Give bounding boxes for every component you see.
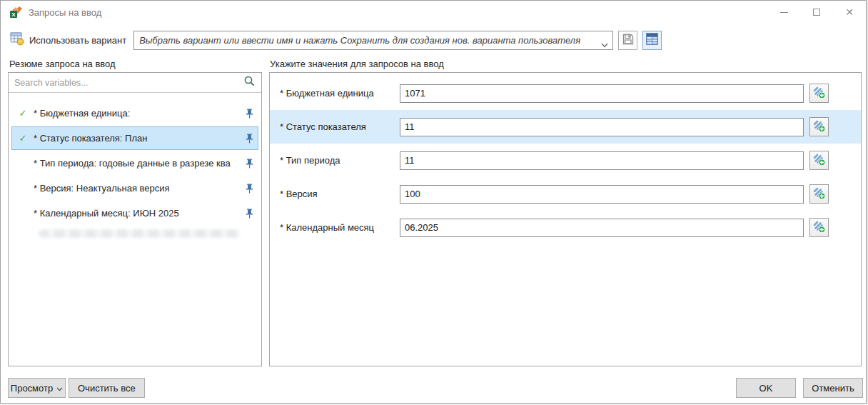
field-row-calendar-month: * Календарный месяц xyxy=(270,211,861,244)
member-select-icon xyxy=(812,86,826,101)
blurred-list-item xyxy=(39,229,240,238)
value-help-button[interactable] xyxy=(809,218,829,237)
list-item-budget-unit[interactable]: ✓ * Бюджетная единица: xyxy=(11,101,258,125)
value-help-button[interactable] xyxy=(809,84,829,103)
close-button[interactable]: ✕ xyxy=(833,1,866,24)
field-row-version: * Версия xyxy=(270,177,861,211)
value-help-button[interactable] xyxy=(809,117,829,136)
field-row-period-type: * Тип периода xyxy=(270,144,861,177)
prompt-summary-panel: ✓ * Бюджетная единица: ✓ * Статус показа… xyxy=(8,72,262,366)
period-type-input[interactable] xyxy=(400,151,804,170)
pin-icon[interactable] xyxy=(241,109,258,119)
ok-button[interactable]: OK xyxy=(736,378,796,398)
field-row-budget-unit: * Бюджетная единица xyxy=(270,76,861,110)
cancel-button[interactable]: Отменить xyxy=(803,378,863,398)
status-input[interactable] xyxy=(400,118,804,136)
search-input[interactable] xyxy=(13,74,243,91)
variant-table-button[interactable] xyxy=(642,31,662,50)
prompt-values-panel: * Бюджетная единица * Статус показателя xyxy=(269,72,862,366)
summary-header: Резюме запроса на ввод xyxy=(9,59,116,69)
window-controls: ✕ xyxy=(767,1,866,24)
calendar-month-input[interactable] xyxy=(400,219,804,237)
pin-icon[interactable] xyxy=(241,209,258,219)
minimize-button[interactable] xyxy=(767,1,800,24)
chevron-down-icon xyxy=(56,383,63,394)
variant-label: Использовать вариант xyxy=(29,35,126,46)
values-header: Укажите значения для запросов на ввод xyxy=(270,59,444,69)
version-input[interactable] xyxy=(400,185,804,204)
list-item-period-type[interactable]: * Тип периода: годовые данные в разрезе … xyxy=(11,151,258,175)
minimize-icon xyxy=(780,12,788,13)
prompts-dialog: X Запросы на ввод ✕ Использовать вариант… xyxy=(0,0,867,404)
variant-combo-text: Выбрать вариант или ввести имя и нажать … xyxy=(139,35,580,46)
footer: Просмотр Очистить все OK Отменить xyxy=(1,375,866,404)
preview-split-button[interactable]: Просмотр xyxy=(8,378,66,398)
search-row xyxy=(9,73,261,93)
close-icon: ✕ xyxy=(845,7,854,17)
maximize-button[interactable] xyxy=(800,1,833,24)
table-icon xyxy=(645,32,659,48)
variant-bar: Использовать вариант Выбрать вариант или… xyxy=(1,29,866,51)
list-item-status-selected[interactable]: ✓ * Статус показателя: План xyxy=(11,126,258,150)
titlebar: X Запросы на ввод ✕ xyxy=(1,1,866,24)
pin-icon[interactable] xyxy=(241,159,258,169)
check-icon: ✓ xyxy=(12,108,34,119)
variable-list: ✓ * Бюджетная единица: ✓ * Статус показа… xyxy=(9,93,261,238)
member-select-icon xyxy=(812,186,826,202)
budget-unit-input[interactable] xyxy=(400,84,804,103)
member-select-icon xyxy=(812,220,826,236)
list-item-calendar-month[interactable]: * Календарный месяц: ИЮН 2025 xyxy=(11,201,258,225)
chevron-down-icon xyxy=(601,38,608,51)
save-variant-button[interactable] xyxy=(618,31,637,50)
pin-icon[interactable] xyxy=(241,184,258,194)
member-select-icon xyxy=(812,119,826,135)
save-icon xyxy=(622,33,635,48)
pin-icon[interactable] xyxy=(241,134,258,144)
variant-grid-icon xyxy=(10,31,24,49)
field-row-status-highlighted: * Статус показателя xyxy=(270,110,861,144)
variant-combobox[interactable]: Выбрать вариант или ввести имя и нажать … xyxy=(133,31,613,50)
check-icon: ✓ xyxy=(12,133,34,144)
search-icon xyxy=(243,75,256,90)
member-select-icon xyxy=(812,153,826,169)
list-item-version[interactable]: * Версия: Неактуальная версия xyxy=(11,176,258,200)
app-icon: X xyxy=(9,6,23,19)
window-title: Запросы на ввод xyxy=(29,7,101,18)
maximize-icon xyxy=(813,9,820,16)
clear-all-button[interactable]: Очистить все xyxy=(69,378,145,398)
value-help-button[interactable] xyxy=(809,184,829,204)
svg-text:X: X xyxy=(11,11,16,18)
value-help-button[interactable] xyxy=(809,151,829,170)
